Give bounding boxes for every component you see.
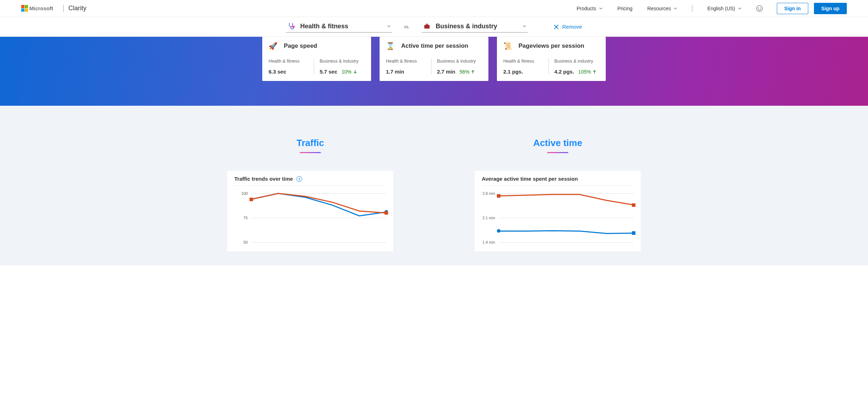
card-right-cat: Business & industry <box>437 59 482 64</box>
card-icon: 📜 <box>503 42 512 50</box>
compare-right-selector[interactable]: Business & industry <box>422 21 528 33</box>
card-right-val: 5.7 sec <box>320 69 338 75</box>
traffic-chart-title: Traffic trends over time <box>234 176 293 182</box>
microsoft-word: Microsoft <box>29 5 53 11</box>
nav-products-label: Products <box>576 6 596 11</box>
traffic-chart: 1007550 <box>234 191 386 244</box>
nav-resources-label: Resources <box>647 6 671 11</box>
svg-rect-2 <box>426 24 428 25</box>
card-icon: 🚀 <box>269 42 277 50</box>
series-line <box>251 193 386 216</box>
traffic-chart-card: Traffic trends over time i 1007550 <box>227 171 393 251</box>
chart-marker <box>632 203 635 207</box>
activetime-chart: 2.8 min2.1 min1.4 min <box>482 191 634 244</box>
top-nav: Microsoft Clarity Products Pricing Resou… <box>0 0 868 17</box>
traffic-section: Traffic Traffic trends over time i 10075… <box>227 138 393 251</box>
chevron-down-icon <box>738 7 741 10</box>
metric-cards: 🚀Page speedHealth & fitness6.3 secBusine… <box>0 37 868 81</box>
card-title: Page speed <box>284 42 317 50</box>
stethoscope-icon <box>287 22 295 30</box>
ytick: 2.1 min <box>482 216 495 220</box>
microsoft-icon <box>21 5 28 12</box>
series-line <box>499 194 634 205</box>
traffic-title: Traffic <box>297 138 324 149</box>
feedback-icon[interactable] <box>756 5 763 12</box>
chart-marker <box>385 211 388 215</box>
nav-pricing-label: Pricing <box>617 6 633 11</box>
signin-button[interactable]: Sign in <box>777 3 808 14</box>
card-right-cat: Business & industry <box>320 59 365 64</box>
activetime-chart-title: Average active time spent per session <box>482 176 578 182</box>
ytick: 2.8 min <box>482 191 495 196</box>
nav-language[interactable]: English (US) <box>707 6 741 11</box>
metric-card: 📜Pageviews per sessionHealth & fitness2.… <box>497 37 606 81</box>
auth-buttons: Sign in Sign up <box>777 3 847 14</box>
microsoft-logo[interactable]: Microsoft <box>21 5 53 12</box>
metric-card: ⌛Active time per sessionHealth & fitness… <box>380 37 488 81</box>
product-name[interactable]: Clarity <box>69 5 87 12</box>
compare-bar: Health & fitness vs. Business & industry… <box>0 17 868 37</box>
metric-card: 🚀Page speedHealth & fitness6.3 secBusine… <box>262 37 371 81</box>
compare-vs: vs. <box>404 24 409 29</box>
chart-marker <box>497 194 500 198</box>
nav-separator <box>692 5 692 12</box>
chevron-down-icon <box>387 24 391 28</box>
hero-section: 🚀Page speedHealth & fitness6.3 secBusine… <box>0 37 868 106</box>
card-left-cat: Health & fitness <box>269 59 314 64</box>
series-line <box>251 193 386 213</box>
nav-items: Products Pricing Resources English (US) <box>576 5 763 12</box>
card-delta: 56% <box>459 69 475 75</box>
svg-rect-1 <box>424 25 429 29</box>
remove-button[interactable]: Remove <box>554 24 582 30</box>
chevron-down-icon <box>523 24 526 28</box>
close-icon <box>554 24 559 29</box>
signup-button[interactable]: Sign up <box>814 3 847 14</box>
card-left-cat: Health & fitness <box>386 59 431 64</box>
nav-products[interactable]: Products <box>576 6 602 11</box>
activetime-section: Active time Average active time spent pe… <box>475 138 641 251</box>
compare-left-label: Health & fitness <box>300 23 348 30</box>
compare-right-label: Business & industry <box>436 23 497 30</box>
ytick: 75 <box>234 216 248 220</box>
lower-section: Traffic Traffic trends over time i 10075… <box>0 106 868 266</box>
card-left-val: 2.1 pgs. <box>503 69 523 75</box>
activetime-title: Active time <box>533 138 582 149</box>
ytick: 50 <box>234 240 248 244</box>
card-right-val: 4.2 pgs. <box>555 69 574 75</box>
card-right-val: 2.7 min <box>437 69 456 75</box>
card-title: Active time per session <box>401 42 468 50</box>
ytick: 100 <box>234 191 248 196</box>
card-icon: ⌛ <box>386 42 395 50</box>
nav-pricing[interactable]: Pricing <box>617 6 633 11</box>
info-icon[interactable]: i <box>297 176 302 182</box>
brand-divider <box>63 5 64 12</box>
svg-point-0 <box>293 26 294 28</box>
nav-language-label: English (US) <box>707 6 735 11</box>
chart-marker <box>497 229 500 233</box>
compare-left-selector[interactable]: Health & fitness <box>286 21 392 33</box>
activetime-chart-card: Average active time spent per session 2.… <box>475 171 641 251</box>
card-left-cat: Health & fitness <box>503 59 549 64</box>
card-delta: 10% <box>342 69 357 75</box>
briefcase-icon <box>423 22 431 30</box>
card-left-val: 1.7 min <box>386 69 404 75</box>
card-right-cat: Business & industry <box>555 59 600 64</box>
remove-label: Remove <box>562 24 582 30</box>
chevron-down-icon <box>674 7 677 10</box>
underline <box>300 152 321 153</box>
card-title: Pageviews per session <box>518 42 584 50</box>
ytick: 1.4 min <box>482 240 495 244</box>
card-left-val: 6.3 sec <box>269 69 286 75</box>
chart-marker <box>632 231 635 235</box>
nav-resources[interactable]: Resources <box>647 6 677 11</box>
chevron-down-icon <box>599 7 603 10</box>
chart-marker <box>250 198 253 201</box>
card-delta: 105% <box>578 69 597 75</box>
series-line <box>499 231 634 233</box>
underline <box>547 152 568 153</box>
